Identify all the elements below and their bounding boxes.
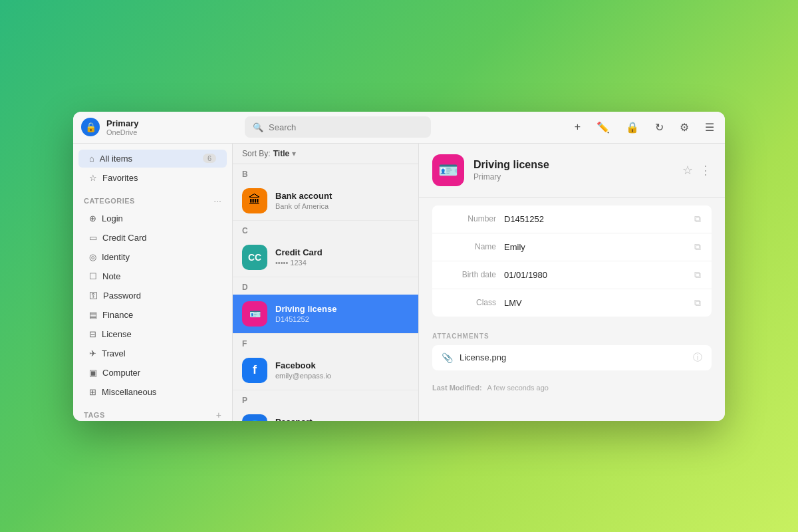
credit-card-sub: ••••• 1234 [275, 259, 323, 267]
last-modified: Last Modified: A few seconds ago [419, 378, 725, 397]
driving-license-text: Driving license D1451252 [275, 304, 336, 323]
sidebar-item-finance[interactable]: ▤ Finance [78, 306, 227, 324]
copy-number-button[interactable]: ⧉ [694, 213, 701, 225]
sidebar-miscellaneous-label: Miscellaneous [102, 387, 216, 397]
detail-title-area: Driving license Primary [473, 159, 673, 182]
note-icon: ☐ [89, 271, 97, 281]
settings-button[interactable]: ⚙ [677, 118, 692, 136]
sidebar-item-miscellaneous[interactable]: ⊞ Miscellaneous [78, 383, 227, 401]
credit-card-title: Credit Card [275, 247, 323, 257]
menu-button[interactable]: ☰ [702, 118, 717, 136]
favorite-button[interactable]: ☆ [682, 163, 693, 178]
field-class: Class LMV ⧉ [432, 289, 712, 317]
bank-account-sub: Bank of America [275, 202, 332, 210]
sidebar-identity-label: Identity [102, 252, 216, 262]
sidebar-item-travel[interactable]: ✈ Travel [78, 344, 227, 362]
sidebar-all-items-label: All items [100, 154, 198, 164]
detail-icon: 🪪 [432, 154, 464, 186]
sort-chevron-icon: ▾ [292, 149, 296, 158]
sidebar: ⌂ All items 6 ☆ Favorites Categories ···… [73, 144, 233, 421]
last-modified-label: Last Modified: [432, 384, 482, 392]
sidebar-credit-card-label: Credit Card [102, 233, 216, 243]
edit-button[interactable]: ✏️ [594, 118, 612, 136]
sync-button[interactable]: ↻ [652, 118, 666, 136]
home-icon: ⌂ [89, 154, 94, 164]
categories-more-button[interactable]: ··· [213, 196, 221, 206]
copy-birth-date-button[interactable]: ⧉ [694, 269, 701, 281]
miscellaneous-icon: ⊞ [89, 387, 96, 397]
license-icon: ⊟ [89, 329, 96, 339]
sidebar-item-login[interactable]: ⊕ Login [78, 209, 227, 227]
sort-prefix: Sort By: [242, 149, 271, 158]
vault-info: 🔒 Primary OneDrive [81, 118, 239, 136]
list-panel: Sort By: Title ▾ B 🏛 Bank account Bank o… [233, 144, 419, 421]
lock-button[interactable]: 🔒 [623, 118, 642, 136]
detail-fields: Number D1451252 ⧉ Name Emily ⧉ Birth dat… [419, 198, 725, 325]
tags-add-button[interactable]: + [216, 410, 221, 420]
password-icon: ⚿ [89, 291, 98, 301]
sidebar-item-identity[interactable]: ◎ Identity [78, 248, 227, 266]
field-class-value: LMV [504, 298, 686, 308]
sidebar-computer-label: Computer [102, 368, 216, 378]
content: ⌂ All items 6 ☆ Favorites Categories ···… [73, 144, 725, 421]
attachment-icon: 📎 [442, 352, 453, 363]
field-number: Number D1451252 ⧉ [432, 205, 712, 233]
list-item-facebook[interactable]: f Facebook emily@enpass.io [233, 351, 418, 390]
passport-text: Passport ZA65342 [275, 417, 313, 421]
vault-icon: 🔒 [81, 118, 100, 136]
sidebar-item-favorites[interactable]: ☆ Favorites [78, 169, 227, 187]
list-item-driving-license[interactable]: 🪪 Driving license D1451252 [233, 295, 418, 334]
vault-text: Primary OneDrive [106, 118, 138, 136]
sidebar-all-items-count: 6 [203, 154, 216, 163]
star-icon: ☆ [89, 173, 97, 183]
top-bar: 🔒 Primary OneDrive 🔍 + ✏️ 🔒 ↻ ⚙ ☰ [73, 112, 725, 144]
sidebar-item-note[interactable]: ☐ Note [78, 267, 227, 285]
sidebar-item-password[interactable]: ⚿ Password [78, 287, 227, 305]
sidebar-password-label: Password [103, 291, 216, 301]
app-window: 🔒 Primary OneDrive 🔍 + ✏️ 🔒 ↻ ⚙ ☰ ⌂ All … [73, 112, 725, 421]
sidebar-item-license[interactable]: ⊟ License [78, 325, 227, 343]
computer-icon: ▣ [89, 368, 97, 378]
detail-actions: ☆ ⋮ [682, 163, 712, 178]
field-class-label: Class [443, 298, 496, 307]
attachment-info-button[interactable]: ⓘ [693, 352, 702, 364]
attachment-row: 📎 License.png ⓘ [432, 345, 712, 370]
attachments-label: ATTACHMENTS [432, 332, 712, 340]
search-bar: 🔍 [245, 116, 431, 138]
group-label-b: B [233, 164, 418, 182]
group-label-f: F [233, 334, 418, 351]
top-actions: + ✏️ 🔒 ↻ ⚙ ☰ [572, 118, 717, 136]
passport-icon-wrap: 🌐 [242, 414, 267, 421]
bank-account-title: Bank account [275, 191, 332, 201]
passport-title: Passport [275, 417, 313, 421]
copy-name-button[interactable]: ⧉ [694, 241, 701, 253]
sidebar-item-all-items[interactable]: ⌂ All items 6 [78, 150, 227, 168]
facebook-text: Facebook emily@enpass.io [275, 360, 331, 380]
driving-license-title: Driving license [275, 304, 336, 314]
list-item-bank-account[interactable]: 🏛 Bank account Bank of America [233, 182, 418, 221]
last-modified-value: A few seconds ago [487, 384, 549, 392]
sidebar-travel-label: Travel [102, 348, 216, 358]
travel-icon: ✈ [89, 348, 96, 358]
list-item-credit-card[interactable]: CC Credit Card ••••• 1234 [233, 238, 418, 277]
group-label-c: C [233, 221, 418, 238]
sidebar-item-credit-card[interactable]: ▭ Credit Card [78, 229, 227, 247]
tags-section: Tags + [73, 402, 232, 421]
sidebar-login-label: Login [102, 213, 216, 223]
facebook-sub: emily@enpass.io [275, 372, 331, 380]
driving-license-icon-wrap: 🪪 [242, 301, 267, 327]
driving-license-sub: D1451252 [275, 315, 336, 323]
facebook-icon-wrap: f [242, 358, 267, 383]
search-input[interactable] [269, 122, 423, 132]
detail-header: 🪪 Driving license Primary ☆ ⋮ [419, 144, 725, 198]
tags-label: Tags [84, 411, 105, 419]
more-options-button[interactable]: ⋮ [700, 163, 712, 178]
list-item-passport[interactable]: 🌐 Passport ZA65342 [233, 408, 418, 421]
copy-class-button[interactable]: ⧉ [694, 297, 701, 309]
sidebar-finance-label: Finance [102, 310, 216, 320]
identity-icon: ◎ [89, 252, 96, 262]
sidebar-item-computer[interactable]: ▣ Computer [78, 364, 227, 382]
sort-field: Title [273, 149, 289, 158]
bank-account-icon: 🏛 [242, 188, 267, 213]
add-button[interactable]: + [572, 118, 583, 136]
